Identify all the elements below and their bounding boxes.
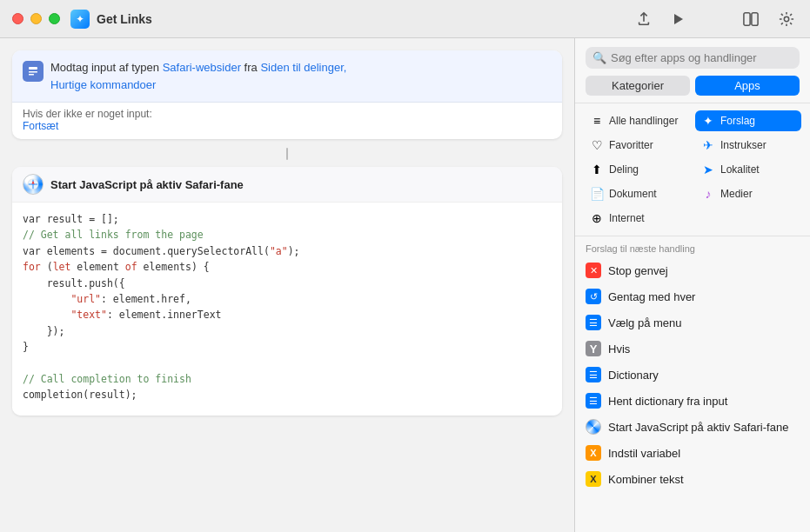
deling-icon: ⬆ — [589, 163, 605, 176]
cat-deling-label: Deling — [609, 163, 639, 176]
svg-rect-2 — [752, 12, 758, 24]
cat-favoritter-label: Favoritter — [609, 139, 653, 151]
svg-point-3 — [784, 17, 788, 21]
cat-medier[interactable]: ♪ Medier — [695, 183, 801, 204]
safari-js-icon — [586, 419, 601, 435]
cat-dokument-label: Dokument — [609, 188, 657, 200]
cat-instrukser-label: Instrukser — [720, 139, 766, 151]
svg-rect-5 — [29, 71, 37, 73]
tab-apps[interactable]: Apps — [695, 76, 800, 96]
suggestion-kombiner[interactable]: X Kombiner tekst — [575, 466, 810, 492]
instrukser-icon: ✈ — [700, 138, 716, 152]
code-line-7: "text": element.innerText — [23, 307, 552, 323]
code-line-3: var elements = document.querySelectorAll… — [23, 243, 552, 259]
suggestion-dictionary[interactable]: ☰ Dictionary — [575, 362, 810, 388]
code-line-4: for (let element of elements) { — [23, 259, 552, 275]
dictionary-icon: ☰ — [586, 367, 601, 382]
library-button[interactable] — [739, 8, 763, 30]
maximize-button[interactable] — [49, 13, 60, 24]
categories-grid: ≡ Alle handlinger ✦ Forslag ♡ Favoritter… — [575, 103, 810, 236]
js-card-title: Start JavaScript på aktiv Safari-fane — [50, 178, 244, 191]
cat-instrukser[interactable]: ✈ Instrukser — [695, 135, 801, 156]
vaelg-icon: ☰ — [586, 315, 601, 330]
js-card: Start JavaScript på aktiv Safari-fane va… — [12, 167, 562, 416]
svg-rect-4 — [29, 67, 37, 70]
run-button[interactable] — [667, 9, 688, 30]
main-content: Modtag input af typen Safari-websider fr… — [0, 38, 810, 532]
input-card: Modtag input af typen Safari-websider fr… — [12, 50, 562, 139]
cat-medier-label: Medier — [720, 188, 753, 200]
suggestion-vaelg[interactable]: ☰ Vælg på menu — [575, 309, 810, 336]
titlebar-actions — [633, 8, 798, 30]
js-card-header: Start JavaScript på aktiv Safari-fane — [12, 167, 562, 203]
share-button[interactable] — [633, 8, 655, 30]
gentag-icon: ↺ — [586, 289, 601, 304]
hent-dict-icon: ☰ — [586, 393, 601, 409]
safari-card-icon — [23, 174, 44, 195]
app-icon: ✦ — [70, 10, 90, 29]
code-block[interactable]: var result = []; // Get all links from t… — [12, 203, 562, 416]
code-line-8: }); — [23, 323, 552, 339]
cat-forslag[interactable]: ✦ Forslag — [695, 110, 801, 131]
suggestion-hvis[interactable]: Y Hvis — [575, 336, 810, 362]
cat-lokalitet[interactable]: ➤ Lokalitet — [695, 159, 801, 180]
search-bar: 🔍 — [586, 47, 800, 69]
input-card-footer: Hvis der ikke er noget input: Fortsæt — [12, 103, 562, 139]
input-type-icon — [23, 61, 44, 82]
suggestion-indstil[interactable]: X Indstil variabel — [575, 440, 810, 466]
settings-button[interactable] — [775, 8, 798, 30]
suggestions-title: Forslag til næste handling — [575, 236, 810, 257]
stop-icon: ✕ — [586, 263, 601, 278]
suggestions-section: Forslag til næste handling ✕ Stop genvej… — [575, 236, 810, 532]
titlebar: ✦ Get Links — [0, 0, 810, 38]
minimize-button[interactable] — [30, 13, 42, 24]
code-line-6: "url": element.href, — [23, 291, 552, 307]
suggestion-stop[interactable]: ✕ Stop genvej — [575, 257, 810, 283]
tab-kategorier[interactable]: Kategorier — [586, 76, 690, 96]
svg-rect-6 — [29, 74, 34, 76]
code-line-11: // Call completion to finish — [23, 371, 552, 387]
suggestion-gentag[interactable]: ↺ Gentag med hver — [575, 283, 810, 309]
dictionary-label: Dictionary — [608, 369, 659, 382]
suggestion-hent-dict[interactable]: ☰ Hent dictionary fra input — [575, 388, 810, 414]
segment-control: Kategorier Apps — [586, 76, 800, 96]
code-line-1: var result = []; — [23, 211, 552, 227]
svg-marker-0 — [674, 14, 683, 24]
indstil-label: Indstil variabel — [608, 447, 680, 460]
medier-icon: ♪ — [700, 187, 716, 201]
quick-commands-link[interactable]: Hurtige kommandoer — [50, 78, 156, 91]
search-icon: 🔍 — [592, 51, 606, 64]
code-line-2: // Get all links from the page — [23, 227, 552, 243]
stop-label: Stop genvej — [608, 264, 668, 277]
library-header: 🔍 Kategorier Apps — [575, 38, 810, 103]
search-input[interactable] — [611, 51, 793, 64]
cat-internet-label: Internet — [609, 212, 645, 224]
hvis-label: Hvis — [608, 342, 630, 356]
lokalitet-icon: ➤ — [700, 163, 716, 176]
cat-internet[interactable]: ⊕ Internet — [584, 208, 690, 229]
cat-alle[interactable]: ≡ Alle handlinger — [584, 110, 690, 131]
input-card-header: Modtag input af typen Safari-websider fr… — [12, 50, 562, 103]
safari-link[interactable]: Safari-websider — [163, 61, 241, 74]
cat-dokument[interactable]: 📄 Dokument — [584, 183, 690, 204]
kombiner-icon: X — [586, 471, 601, 487]
share-sheet-link[interactable]: Siden til delinger, — [260, 61, 346, 74]
cat-lokalitet-label: Lokalitet — [720, 163, 760, 176]
indstil-icon: X — [586, 445, 601, 461]
hvis-icon: Y — [586, 341, 601, 356]
alle-icon: ≡ — [589, 114, 605, 128]
workflow-panel: Modtag input af typen Safari-websider fr… — [0, 38, 575, 532]
cat-alle-label: Alle handlinger — [609, 115, 678, 127]
cat-favoritter[interactable]: ♡ Favoritter — [584, 135, 690, 156]
code-line-9: } — [23, 339, 552, 355]
suggestion-safari-js[interactable]: Start JavaScript på aktiv Safari-fane — [575, 414, 810, 440]
cat-deling[interactable]: ⬆ Deling — [584, 159, 690, 180]
library-panel: 🔍 Kategorier Apps ≡ Alle handlinger ✦ Fo… — [575, 38, 810, 532]
window-title: Get Links — [97, 12, 633, 26]
code-line-5: result.push({ — [23, 276, 552, 291]
code-line-12: completion(result); — [23, 387, 552, 402]
close-button[interactable] — [12, 13, 23, 24]
favoritter-icon: ♡ — [589, 138, 605, 152]
vaelg-label: Vælg på menu — [608, 316, 682, 329]
continue-link[interactable]: Fortsæt — [23, 120, 58, 132]
